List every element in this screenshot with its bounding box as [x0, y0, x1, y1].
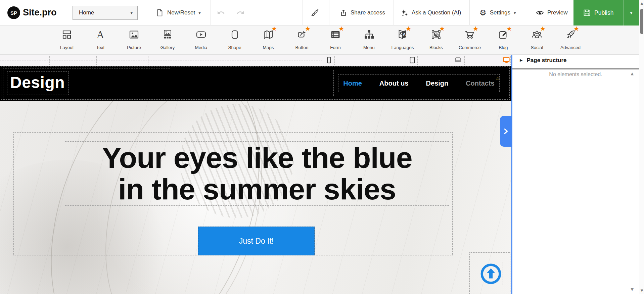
- widget-gallery[interactable]: Gallery: [151, 26, 184, 54]
- breakpoint-bar: [0, 55, 511, 66]
- publish-button[interactable]: Publish: [573, 0, 623, 26]
- redo-button[interactable]: [236, 0, 244, 26]
- publish-split-button: Publish ▾: [573, 0, 639, 26]
- star-badge-icon: ★: [338, 26, 344, 32]
- widget-layout[interactable]: Layout: [50, 26, 84, 54]
- publish-label: Publish: [594, 9, 613, 16]
- widget-toolbar: Layout A Text Picture Gallery Media Shap…: [0, 26, 644, 55]
- shape-icon: [229, 29, 240, 40]
- divider: [148, 0, 148, 26]
- scrollbar-up-icon[interactable]: ▲: [639, 2, 644, 5]
- divider: [329, 0, 329, 26]
- settings-label: Settings: [490, 9, 510, 16]
- redo-icon: [236, 9, 244, 17]
- side-panel-toggle[interactable]: [500, 116, 511, 147]
- widget-blocks[interactable]: ★ Blocks: [419, 26, 453, 54]
- star-badge-icon: ★: [271, 26, 277, 32]
- widget-form[interactable]: ★ Form: [319, 26, 352, 54]
- gallery-icon: [162, 29, 173, 40]
- nav-item-design[interactable]: Design: [426, 80, 448, 87]
- hero-section[interactable]: Your eyes like the blue in the summer sk…: [0, 101, 511, 294]
- media-icon: [196, 29, 206, 40]
- tablet-icon[interactable]: [409, 56, 416, 64]
- star-badge-icon: ★: [573, 26, 579, 32]
- breakpoint-divider: [334, 56, 335, 65]
- hero-heading-line2: in the summer skies: [65, 174, 449, 205]
- mobile-icon[interactable]: [325, 56, 333, 64]
- widget-social[interactable]: ★ Social: [520, 26, 554, 54]
- share-icon: [340, 9, 347, 16]
- triangle-right-icon: ▶: [520, 58, 522, 62]
- widget-button[interactable]: ★ Button: [285, 26, 319, 54]
- breakpoint-divider: [510, 56, 511, 65]
- page-select[interactable]: Home ▾: [73, 6, 138, 20]
- site-nav-menu: Home About us Design Contacts ⚠: [334, 70, 504, 96]
- page-select-value: Home: [79, 9, 94, 16]
- scroll-to-top-button[interactable]: [480, 263, 502, 285]
- widget-blog[interactable]: ★ Blog: [487, 26, 520, 54]
- star-badge-icon: ★: [305, 26, 311, 32]
- panel-scroll-down-icon[interactable]: ▼: [631, 288, 634, 291]
- editor-topbar: SP Site.pro Home ▾ New/Reset ▾ Share acc…: [0, 0, 644, 26]
- widget-commerce[interactable]: ★ Commerce: [453, 26, 487, 54]
- desktop-icon[interactable]: [503, 56, 510, 64]
- file-icon: [156, 9, 164, 17]
- hero-heading[interactable]: Your eyes like the blue in the summer sk…: [65, 141, 449, 206]
- scrollbar-down-icon[interactable]: ▼: [639, 289, 644, 292]
- divider: [303, 0, 303, 26]
- page-structure-header[interactable]: ▶ Page structure: [512, 55, 639, 66]
- scrollbar-thumb[interactable]: [640, 9, 643, 34]
- save-icon: [583, 9, 591, 17]
- preview-button[interactable]: Preview: [536, 0, 567, 26]
- breakpoint-guide: [0, 60, 322, 60]
- widget-text[interactable]: A Text: [84, 26, 117, 54]
- divider: [512, 68, 639, 69]
- breakpoint-divider: [96, 56, 97, 65]
- gear-icon: ⚙: [479, 9, 487, 17]
- hero-heading-line1: Your eyes like the blue: [65, 142, 449, 174]
- cta-button[interactable]: Just Do It!: [198, 227, 315, 255]
- chevron-right-icon: [502, 128, 509, 135]
- arrow-up-circle-icon: [480, 263, 502, 285]
- nav-item-about-us[interactable]: About us: [379, 80, 409, 87]
- caret-down-icon: ▾: [514, 10, 516, 15]
- share-access-button[interactable]: Share access: [340, 0, 385, 26]
- widget-menu[interactable]: Menu: [352, 26, 386, 54]
- undo-button[interactable]: [217, 0, 225, 26]
- divider: [211, 0, 211, 26]
- picture-icon: [129, 29, 139, 40]
- site-header-block[interactable]: Design Home About us Design Contacts ⚠: [0, 66, 511, 101]
- new-reset-button[interactable]: New/Reset ▾: [156, 0, 201, 26]
- caret-down-icon: ▾: [198, 10, 201, 15]
- widget-shape[interactable]: Shape: [218, 26, 251, 54]
- window-scrollbar: ▲ ▼: [639, 0, 644, 294]
- panel-scroll-up-icon[interactable]: ▲: [631, 72, 634, 76]
- star-badge-icon: ★: [406, 26, 411, 32]
- svg-text:A: A: [97, 29, 104, 40]
- breakpoint-divider: [181, 56, 181, 65]
- panel-empty-message: No elements selected.: [512, 71, 639, 78]
- style-brush-button[interactable]: [311, 0, 319, 26]
- widget-label: Advanced: [550, 45, 591, 50]
- widget-media[interactable]: Media: [184, 26, 218, 54]
- breakpoint-divider: [464, 56, 465, 65]
- brand-name: Site.pro: [23, 7, 57, 18]
- widget-picture[interactable]: Picture: [117, 26, 151, 54]
- breakpoint-divider: [148, 56, 148, 65]
- laptop-icon[interactable]: [454, 56, 462, 64]
- publish-dropdown-button[interactable]: ▾: [624, 0, 639, 26]
- ask-ai-button[interactable]: Ask a Question (AI): [400, 0, 461, 26]
- site-logo-text[interactable]: Design: [10, 73, 65, 92]
- star-badge-icon: ★: [540, 26, 546, 32]
- star-badge-icon: ★: [473, 26, 478, 32]
- eye-icon: [536, 9, 544, 17]
- nav-item-contacts[interactable]: Contacts ⚠: [466, 80, 495, 87]
- widget-languages[interactable]: A ★ Languages: [386, 26, 419, 54]
- new-reset-label: New/Reset: [167, 9, 195, 16]
- widget-maps[interactable]: ★ Maps: [251, 26, 285, 54]
- settings-button[interactable]: ⚙ Settings ▾: [479, 0, 516, 26]
- widget-advanced[interactable]: ★ Advanced: [554, 26, 587, 54]
- nav-item-home[interactable]: Home: [343, 80, 362, 87]
- layout-icon: [61, 29, 72, 40]
- divider: [253, 0, 253, 26]
